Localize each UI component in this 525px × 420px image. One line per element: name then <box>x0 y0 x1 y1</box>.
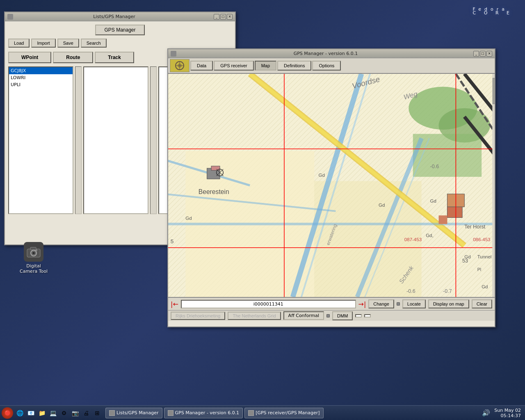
taskbar-app-icon-1 <box>109 410 115 416</box>
map-wrapper: 087-453 086-453 Voordse Weg Beerestein G… <box>168 74 495 297</box>
camera-icon-image <box>24 242 43 262</box>
nav-map-btn[interactable]: Map <box>255 61 276 71</box>
sound-icon[interactable]: 🔊 <box>479 409 493 417</box>
action-buttons-row: Load Import Save Search <box>8 39 232 48</box>
gpsv6-titlebar: GPS Manager - version 6.0.1 _ □ × <box>168 49 495 58</box>
svg-text:53: 53 <box>462 258 468 264</box>
svg-rect-75 <box>30 247 36 250</box>
gps-manager-button[interactable]: GPS Manager <box>95 25 144 35</box>
svg-text:086-453: 086-453 <box>473 237 490 242</box>
close-btn[interactable]: × <box>227 14 233 20</box>
route-tab[interactable]: Route <box>53 52 93 63</box>
waypoint-list[interactable]: GCJ8JX LOWRI UPLI <box>8 66 73 214</box>
netherlands-grid-button[interactable]: The Netherlands Grid <box>228 312 281 320</box>
svg-text:Duivenvoordse: Duivenvoordse <box>190 296 283 297</box>
svg-text:Gd,: Gd, <box>426 233 434 238</box>
route-list[interactable] <box>83 66 148 214</box>
gpsv6-window: GPS Manager - version 6.0.1 _ □ × Data G… <box>167 48 495 327</box>
dmm-field-2[interactable] <box>364 314 371 317</box>
list-item-lowri[interactable]: LOWRI <box>9 74 73 81</box>
svg-rect-72 <box>492 74 495 297</box>
maximize-btn[interactable]: □ <box>220 14 226 20</box>
rdm-button[interactable]: Rijks Driehoeksmeting <box>171 312 225 320</box>
taskbar-date: Sun May 02 <box>494 408 521 413</box>
save-button[interactable]: Save <box>57 39 79 48</box>
nav-options-btn[interactable]: Options <box>312 61 341 71</box>
coordinate-bar: |← i0000011341 →| Change Locate Display … <box>168 297 495 310</box>
svg-text:087-453: 087-453 <box>404 237 422 242</box>
list-item-upli[interactable]: UPLI <box>9 81 73 88</box>
svg-text:-0.6: -0.6 <box>430 164 439 169</box>
projection-bar: Rijks Driehoeksmeting The Netherlands Gr… <box>168 310 495 321</box>
taskbar-system-icon[interactable]: 🔴 <box>2 407 13 419</box>
svg-rect-73 <box>493 78 495 104</box>
gpsv6-window-controls: _ □ × <box>473 51 492 57</box>
camera2-icon[interactable]: 📷 <box>70 408 80 418</box>
taskbar-app-icon-3 <box>248 410 254 416</box>
firefox-icon[interactable]: 🌐 <box>15 408 25 418</box>
svg-text:Gd: Gd <box>185 216 192 221</box>
camera-icon-label: Digital Camera Tool <box>17 263 50 274</box>
list-item-gcj8jx[interactable]: GCJ8JX <box>9 67 73 74</box>
desktop-grid-icon[interactable]: ⊞ <box>92 408 102 418</box>
minimize-btn[interactable]: _ <box>214 14 219 20</box>
taskbar-clock: Sun May 02 05:14:37 <box>494 408 523 418</box>
list-scrollbar-1[interactable] <box>75 66 82 214</box>
taskbar-gps-receiver-label: [GPS receiver/GPS Manager] <box>256 410 320 415</box>
import-button[interactable]: Import <box>31 39 55 48</box>
email-icon[interactable]: 📧 <box>26 408 36 418</box>
svg-text:5: 5 <box>171 238 174 244</box>
lists-window-titlebar: Lists/GPS Manager _ □ × <box>5 12 235 21</box>
gpsv6-maximize-btn[interactable]: □ <box>480 51 486 57</box>
nav-gps-receiver-btn[interactable]: GPS receiver <box>214 61 253 71</box>
search-button[interactable]: Search <box>81 39 107 48</box>
svg-text:Ter Horst: Ter Horst <box>464 224 485 230</box>
nav-logo <box>170 59 189 72</box>
svg-point-77 <box>32 251 35 255</box>
svg-rect-31 <box>447 207 462 217</box>
dot-indicator-1 <box>397 302 400 306</box>
svg-point-78 <box>36 249 37 251</box>
svg-text:Gd: Gd <box>379 203 385 208</box>
display-on-map-button[interactable]: Display on map <box>428 299 469 308</box>
dmm-field-1[interactable] <box>355 314 362 317</box>
taskbar-gps-receiver-app[interactable]: [GPS receiver/GPS Manager] <box>244 408 324 418</box>
terminal-icon[interactable]: 💻 <box>48 408 58 418</box>
taskbar-gpsv6-app[interactable]: GPS Manager - version 6.0.1 <box>164 408 243 418</box>
lists-window-title: Lists/GPS Manager <box>15 14 214 19</box>
list-scrollbar-2[interactable] <box>150 66 157 214</box>
track-tab[interactable]: Track <box>95 52 134 63</box>
running-apps: Lists/GPS Manager GPS Manager - version … <box>105 408 324 418</box>
svg-text:Gd: Gd <box>319 173 325 178</box>
load-button[interactable]: Load <box>8 39 30 48</box>
svg-rect-32 <box>439 215 447 224</box>
gpsv6-minimize-btn[interactable]: _ <box>473 51 479 57</box>
svg-text:-0.6: -0.6 <box>406 288 415 294</box>
svg-rect-13 <box>413 134 482 177</box>
dmm-button[interactable]: DMM <box>332 311 353 320</box>
quick-launch-icons: 🌐 📧 📁 💻 ⚙ 📷 🖨 ⊞ <box>15 408 102 418</box>
map-display[interactable]: 087-453 086-453 Voordse Weg Beerestein G… <box>168 74 495 297</box>
wpoint-tab[interactable]: WPoint <box>8 52 51 63</box>
nav-data-btn[interactable]: Data <box>190 61 213 71</box>
folder-icon[interactable]: 📁 <box>37 408 47 418</box>
dot-indicator-2 <box>326 314 330 317</box>
clear-button[interactable]: Clear <box>472 299 492 308</box>
change-button[interactable]: Change <box>368 299 394 308</box>
gpsv6-close-btn[interactable]: × <box>486 51 492 57</box>
fedora-logo: Fedora C O R E <box>473 8 513 16</box>
coord-right-arrow: →| <box>358 300 366 308</box>
config-icon[interactable]: ⚙ <box>59 408 69 418</box>
svg-text:Pl: Pl <box>477 267 481 272</box>
taskbar-gpsv6-label: GPS Manager - version 6.0.1 <box>175 410 240 415</box>
locate-button[interactable]: Locate <box>402 299 426 308</box>
digital-camera-tool-icon[interactable]: Digital Camera Tool <box>17 242 50 274</box>
print-icon[interactable]: 🖨 <box>81 408 91 418</box>
taskbar-app-icon-2 <box>168 410 173 416</box>
gpsv6-nav: Data GPS receiver Map Definitions Option… <box>168 58 495 74</box>
svg-rect-30 <box>211 166 220 170</box>
taskbar-lists-label: Lists/GPS Manager <box>116 410 159 415</box>
coordinate-input[interactable]: i0000011341 <box>181 300 356 308</box>
nav-definitions-btn[interactable]: Definitions <box>277 61 311 71</box>
taskbar-lists-gps-app[interactable]: Lists/GPS Manager <box>105 408 162 418</box>
